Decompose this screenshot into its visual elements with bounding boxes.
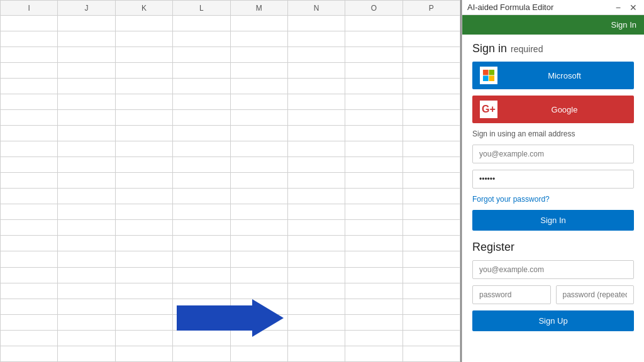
- sheet-cell[interactable]: [58, 220, 115, 236]
- sheet-cell[interactable]: [173, 79, 230, 94]
- sheet-cell[interactable]: [173, 314, 230, 330]
- sheet-cell[interactable]: [402, 299, 460, 314]
- sheet-cell[interactable]: [58, 94, 115, 110]
- sheet-cell[interactable]: [173, 283, 230, 299]
- sheet-cell[interactable]: [1, 204, 58, 220]
- sheet-cell[interactable]: [230, 157, 287, 173]
- sheet-cell[interactable]: [287, 110, 345, 126]
- sheet-cell[interactable]: [173, 63, 230, 79]
- sheet-cell[interactable]: [287, 63, 345, 79]
- sheet-cell[interactable]: [115, 204, 172, 220]
- sheet-cell[interactable]: [115, 314, 172, 330]
- sheet-cell[interactable]: [1, 236, 58, 251]
- sheet-cell[interactable]: [402, 94, 460, 110]
- sheet-cell[interactable]: [173, 236, 230, 251]
- sheet-cell[interactable]: [1, 47, 58, 63]
- sheet-cell[interactable]: [287, 204, 345, 220]
- sheet-cell[interactable]: [1, 314, 58, 330]
- sheet-cell[interactable]: [58, 79, 115, 94]
- sheet-cell[interactable]: [230, 31, 287, 47]
- sheet-cell[interactable]: [230, 283, 287, 299]
- sheet-cell[interactable]: [173, 141, 230, 157]
- sheet-cell[interactable]: [345, 94, 402, 110]
- sheet-cell[interactable]: [230, 63, 287, 79]
- sheet-cell[interactable]: [230, 110, 287, 126]
- sheet-cell[interactable]: [287, 283, 345, 299]
- sheet-cell[interactable]: [115, 63, 172, 79]
- sheet-cell[interactable]: [345, 16, 402, 31]
- sheet-cell[interactable]: [115, 31, 172, 47]
- sheet-cell[interactable]: [230, 267, 287, 283]
- sheet-cell[interactable]: [58, 330, 115, 346]
- sheet-cell[interactable]: [287, 126, 345, 141]
- sheet-cell[interactable]: [345, 236, 402, 251]
- sheet-cell[interactable]: [287, 346, 345, 361]
- sheet-cell[interactable]: [402, 157, 460, 173]
- sheet-cell[interactable]: [230, 141, 287, 157]
- sheet-cell[interactable]: [1, 16, 58, 31]
- sheet-cell[interactable]: [58, 173, 115, 189]
- sheet-cell[interactable]: [1, 126, 58, 141]
- microsoft-signin-button[interactable]: Microsoft: [472, 62, 634, 89]
- sheet-cell[interactable]: [58, 31, 115, 47]
- sheet-cell[interactable]: [287, 94, 345, 110]
- sheet-cell[interactable]: [1, 267, 58, 283]
- sheet-cell[interactable]: [173, 47, 230, 63]
- sheet-cell[interactable]: [345, 141, 402, 157]
- sheet-cell[interactable]: [173, 110, 230, 126]
- sheet-cell[interactable]: [58, 299, 115, 314]
- sheet-cell[interactable]: [402, 141, 460, 157]
- sheet-cell[interactable]: [402, 267, 460, 283]
- sheet-cell[interactable]: [345, 126, 402, 141]
- sheet-cell[interactable]: [58, 63, 115, 79]
- sheet-cell[interactable]: [287, 267, 345, 283]
- signin-button[interactable]: Sign In: [472, 210, 634, 231]
- sheet-cell[interactable]: [230, 299, 287, 314]
- sheet-cell[interactable]: [345, 267, 402, 283]
- minimize-button[interactable]: −: [614, 3, 623, 12]
- sheet-cell[interactable]: [230, 173, 287, 189]
- sheet-cell[interactable]: [115, 251, 172, 267]
- sheet-cell[interactable]: [1, 346, 58, 361]
- sheet-cell[interactable]: [230, 251, 287, 267]
- email-input[interactable]: [472, 145, 634, 163]
- sheet-cell[interactable]: [345, 31, 402, 47]
- sheet-cell[interactable]: [173, 31, 230, 47]
- sheet-cell[interactable]: [230, 47, 287, 63]
- sheet-cell[interactable]: [402, 173, 460, 189]
- sheet-cell[interactable]: [287, 189, 345, 204]
- sheet-cell[interactable]: [58, 189, 115, 204]
- sheet-cell[interactable]: [230, 314, 287, 330]
- sheet-cell[interactable]: [345, 251, 402, 267]
- sheet-cell[interactable]: [287, 251, 345, 267]
- sheet-cell[interactable]: [402, 236, 460, 251]
- sheet-cell[interactable]: [115, 110, 172, 126]
- signin-bar[interactable]: Sign In: [462, 15, 644, 35]
- sheet-cell[interactable]: [115, 94, 172, 110]
- sheet-cell[interactable]: [115, 267, 172, 283]
- sheet-cell[interactable]: [287, 236, 345, 251]
- sheet-cell[interactable]: [345, 314, 402, 330]
- sheet-cell[interactable]: [402, 330, 460, 346]
- sheet-cell[interactable]: [402, 346, 460, 361]
- sheet-cell[interactable]: [402, 189, 460, 204]
- sheet-cell[interactable]: [230, 79, 287, 94]
- sheet-cell[interactable]: [173, 204, 230, 220]
- register-email-input[interactable]: [472, 260, 634, 279]
- sheet-cell[interactable]: [58, 251, 115, 267]
- sheet-cell[interactable]: [345, 110, 402, 126]
- sheet-cell[interactable]: [173, 16, 230, 31]
- sheet-cell[interactable]: [345, 79, 402, 94]
- sheet-cell[interactable]: [115, 47, 172, 63]
- sheet-cell[interactable]: [345, 47, 402, 63]
- sheet-cell[interactable]: [230, 126, 287, 141]
- sheet-cell[interactable]: [115, 299, 172, 314]
- sheet-cell[interactable]: [115, 220, 172, 236]
- sheet-cell[interactable]: [115, 126, 172, 141]
- sheet-cell[interactable]: [345, 157, 402, 173]
- sheet-cell[interactable]: [287, 314, 345, 330]
- sheet-cell[interactable]: [115, 283, 172, 299]
- sheet-cell[interactable]: [402, 63, 460, 79]
- sheet-cell[interactable]: [1, 157, 58, 173]
- sheet-cell[interactable]: [58, 16, 115, 31]
